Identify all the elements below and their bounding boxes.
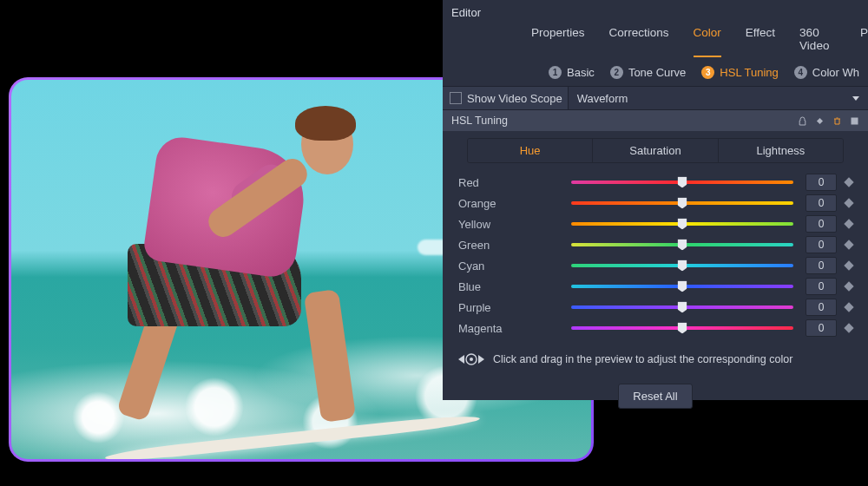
section-title: HSL Tuning xyxy=(451,115,508,127)
subtab-number-icon: 4 xyxy=(794,66,807,79)
slider-thumb[interactable] xyxy=(678,240,687,251)
value-input[interactable]: 0 xyxy=(806,236,837,253)
subtab-number-icon: 2 xyxy=(610,66,623,79)
hue-slider-yellow[interactable] xyxy=(571,222,793,226)
value-input[interactable]: 0 xyxy=(806,194,837,212)
chevron-down-icon xyxy=(852,96,859,101)
slider-thumb[interactable] xyxy=(678,323,687,334)
hsl-section-header: HSL Tuning xyxy=(443,110,868,131)
slider-thumb[interactable] xyxy=(678,177,687,188)
keyframe-diamond-icon[interactable] xyxy=(844,302,853,312)
hsl-slider-list: Red0Orange0Yellow0Green0Cyan0Blue0Purple… xyxy=(443,172,868,338)
subtab-number-icon: 3 xyxy=(701,66,714,79)
hue-slider-cyan[interactable] xyxy=(571,264,793,267)
hsl-row-yellow: Yellow0 xyxy=(458,213,852,234)
color-label: Magenta xyxy=(458,322,571,335)
color-label: Cyan xyxy=(458,259,571,273)
hsl-row-cyan: Cyan0 xyxy=(458,255,852,276)
hue-slider-blue[interactable] xyxy=(571,285,793,288)
hsl-row-magenta: Magenta0 xyxy=(458,318,852,338)
tab-corrections[interactable]: Corrections xyxy=(609,26,669,57)
scope-selected-value: Waveform xyxy=(577,92,628,105)
subtab-label: Basic xyxy=(567,66,595,79)
subtab-label: HSL Tuning xyxy=(720,66,778,79)
hue-slider-magenta[interactable] xyxy=(571,326,793,330)
slider-thumb[interactable] xyxy=(678,302,687,313)
drag-hint-row: Click and drag in the preview to adjust … xyxy=(443,338,868,366)
color-label: Orange xyxy=(458,197,571,210)
subtab-tone-curve[interactable]: 2Tone Curve xyxy=(610,66,686,79)
show-scope-label: Show Video Scope xyxy=(467,92,568,105)
tab-effect[interactable]: Effect xyxy=(746,26,775,57)
tab-p[interactable]: P xyxy=(860,26,868,57)
hsl-tab-saturation[interactable]: Saturation xyxy=(592,139,717,162)
show-scope-checkbox[interactable] xyxy=(450,92,462,104)
scope-type-select[interactable]: Waveform xyxy=(568,87,868,109)
video-scope-row: Show Video Scope Waveform xyxy=(443,86,868,110)
slider-thumb[interactable] xyxy=(678,281,687,292)
hue-slider-orange[interactable] xyxy=(571,201,793,205)
keyframe-diamond-icon[interactable] xyxy=(844,240,853,249)
trash-icon[interactable] xyxy=(832,116,842,126)
svg-point-4 xyxy=(470,358,473,361)
color-label: Yellow xyxy=(458,218,571,231)
tab-color[interactable]: Color xyxy=(694,26,721,57)
editor-panel: Editor PropertiesCorrectionsColorEffect3… xyxy=(443,0,868,400)
svg-marker-5 xyxy=(478,355,484,364)
svg-marker-2 xyxy=(458,355,464,364)
sub-tab-bar: 1Basic2Tone Curve3HSL Tuning4Color Wh xyxy=(443,57,868,86)
panel-title: Editor xyxy=(443,0,868,23)
main-tab-bar: PropertiesCorrectionsColorEffect360 Vide… xyxy=(443,23,868,57)
hsl-tab-lightness[interactable]: Lightness xyxy=(718,139,843,162)
subtab-label: Tone Curve xyxy=(628,66,686,79)
subtab-hsl-tuning[interactable]: 3HSL Tuning xyxy=(701,66,778,79)
color-label: Green xyxy=(458,239,571,252)
hsl-row-purple: Purple0 xyxy=(458,297,852,318)
subtab-color-wh[interactable]: 4Color Wh xyxy=(794,66,859,79)
surfer-hair xyxy=(295,106,356,141)
keyframe-diamond-icon[interactable] xyxy=(844,260,853,270)
drag-hint-text: Click and drag in the preview to adjust … xyxy=(493,353,792,365)
color-label: Blue xyxy=(458,280,571,293)
tab-properties[interactable]: Properties xyxy=(531,26,585,57)
drag-target-icon[interactable] xyxy=(458,352,484,366)
hue-slider-red[interactable] xyxy=(571,181,793,184)
reset-all-button[interactable]: Reset All xyxy=(618,384,692,409)
keyframe-diamond-icon[interactable] xyxy=(844,198,853,207)
keyframe-diamond-icon[interactable] xyxy=(844,219,853,228)
value-input[interactable]: 0 xyxy=(806,257,837,274)
keyframe-diamond-icon[interactable] xyxy=(844,281,853,291)
subtab-number-icon: 1 xyxy=(549,66,562,79)
lock-icon[interactable] xyxy=(798,116,807,126)
slider-thumb[interactable] xyxy=(678,219,687,230)
slider-thumb[interactable] xyxy=(678,198,687,209)
hsl-row-blue: Blue0 xyxy=(458,276,852,297)
hue-slider-green[interactable] xyxy=(571,243,793,246)
hsl-mode-tabs: HueSaturationLightness xyxy=(467,138,844,163)
keyframe-diamond-icon[interactable] xyxy=(844,177,853,187)
hsl-tab-hue[interactable]: Hue xyxy=(468,139,592,162)
hsl-row-red: Red0 xyxy=(458,172,852,193)
value-input[interactable]: 0 xyxy=(806,299,837,316)
enable-toggle-icon[interactable] xyxy=(850,116,859,126)
subtab-label: Color Wh xyxy=(812,66,859,79)
hue-slider-purple[interactable] xyxy=(571,305,793,309)
svg-rect-1 xyxy=(852,117,858,124)
value-input[interactable]: 0 xyxy=(806,319,837,337)
keyframe-diamond-icon[interactable] xyxy=(844,323,853,332)
value-input[interactable]: 0 xyxy=(806,278,837,295)
color-label: Purple xyxy=(458,301,571,314)
value-input[interactable]: 0 xyxy=(806,215,837,233)
value-input[interactable]: 0 xyxy=(806,174,837,191)
svg-rect-0 xyxy=(817,117,823,123)
keyframe-diamond-icon[interactable] xyxy=(815,116,825,126)
tab-360-video[interactable]: 360 Video xyxy=(799,26,836,57)
hsl-row-orange: Orange0 xyxy=(458,193,852,213)
subtab-basic[interactable]: 1Basic xyxy=(549,66,595,79)
slider-thumb[interactable] xyxy=(678,260,687,272)
hsl-row-green: Green0 xyxy=(458,234,852,255)
color-label: Red xyxy=(458,176,571,189)
